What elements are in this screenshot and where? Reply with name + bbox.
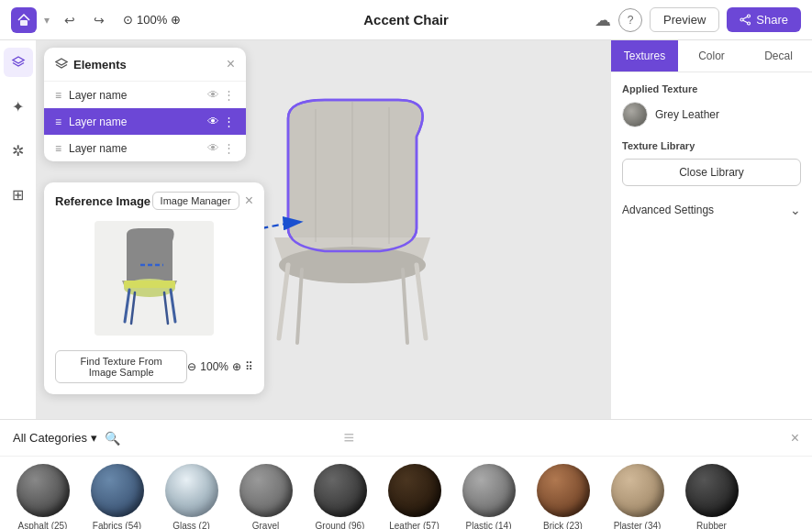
texture-item-ground[interactable]: Ground (96) xyxy=(310,464,370,529)
svg-rect-0 xyxy=(20,20,28,26)
share-button[interactable]: Share xyxy=(727,7,801,32)
applied-texture-label: Applied Texture xyxy=(622,83,801,94)
svg-line-5 xyxy=(743,20,748,22)
sidebar-icon-layers[interactable] xyxy=(4,48,33,77)
texture-ball xyxy=(611,464,664,517)
dropdown-arrow[interactable]: ▾ xyxy=(44,14,50,27)
sidebar-icon-effects[interactable]: ✦ xyxy=(4,92,33,121)
texture-item-plaster[interactable]: Plaster (34) xyxy=(607,464,667,529)
svg-point-3 xyxy=(740,18,743,21)
advanced-settings-label: Advanced Settings xyxy=(622,204,714,216)
texture-item-gravel[interactable]: Gravel xyxy=(236,464,295,529)
texture-ball xyxy=(537,464,590,517)
share-label: Share xyxy=(756,13,788,27)
tab-decal[interactable]: Decal xyxy=(745,40,812,72)
sidebar-icon-grid[interactable]: ⊞ xyxy=(4,180,33,209)
sidebar-icon-light[interactable]: ✲ xyxy=(4,136,33,165)
layer-actions: 👁 ⋮ xyxy=(207,141,235,155)
texture-item-brick[interactable]: Brick (23) xyxy=(533,464,593,529)
layer-actions: 👁 ⋮ xyxy=(207,88,235,102)
reference-title: Reference Image xyxy=(55,194,150,208)
help-button[interactable]: ? xyxy=(618,8,642,32)
drag-handle-icon: ≡ xyxy=(344,427,351,448)
right-panel: Textures Color Decal Applied Texture Gre… xyxy=(610,40,812,419)
texture-library-label: Texture Library xyxy=(622,140,801,151)
zoom-plus-icon[interactable]: ⊕ xyxy=(171,13,181,27)
texture-ball xyxy=(239,464,293,517)
bottom-bar: All Categories ▾ 🔍 ≡ × Asphalt (25) Fabr… xyxy=(0,419,812,529)
canvas-area[interactable]: Elements × ≡ Layer name 👁 ⋮ ≡ Layer name… xyxy=(37,40,610,419)
close-bottom-button[interactable]: × xyxy=(791,430,799,446)
layer-item[interactable]: ≡ Layer name 👁 ⋮ xyxy=(44,82,246,108)
eye-icon[interactable]: 👁 xyxy=(207,115,219,128)
svg-point-1 xyxy=(748,15,751,17)
texture-ball xyxy=(685,464,739,517)
layer-item[interactable]: ≡ Layer name 👁 ⋮ xyxy=(44,135,246,161)
find-texture-button[interactable]: Find Texture From Image Sample xyxy=(55,350,187,383)
texture-label: Ground (96) xyxy=(316,521,365,529)
texture-label: Brick (23) xyxy=(543,521,583,529)
texture-label: Asphalt (25) xyxy=(18,521,68,529)
eye-icon[interactable]: 👁 xyxy=(207,141,219,155)
texture-item-fabrics[interactable]: Fabrics (54) xyxy=(87,464,147,529)
cloud-button[interactable]: ☁ xyxy=(595,10,611,30)
find-texture-bar: Find Texture From Image Sample ⊖ 100% ⊕ … xyxy=(44,343,264,387)
reference-header: Reference Image Image Manager × xyxy=(44,182,264,217)
reference-actions: Image Manager × xyxy=(152,192,253,210)
chevron-down-icon: ▾ xyxy=(91,431,97,445)
undo-button[interactable]: ↩ xyxy=(57,7,83,33)
advanced-settings[interactable]: Advanced Settings ⌄ xyxy=(622,199,801,221)
elements-panel: Elements × ≡ Layer name 👁 ⋮ ≡ Layer name… xyxy=(44,48,246,161)
texture-label: Fabrics (54) xyxy=(93,521,141,529)
layer-drag-icon: ≡ xyxy=(55,89,61,102)
tab-color[interactable]: Color xyxy=(678,40,745,72)
texture-label: Leather (57) xyxy=(389,521,439,529)
page-title: Accent Chair xyxy=(363,12,449,28)
texture-label: Plastic (14) xyxy=(465,521,511,529)
preview-button[interactable]: Preview xyxy=(650,7,719,32)
texture-item-rubber[interactable]: Rubber xyxy=(682,464,741,529)
texture-ball xyxy=(314,464,367,517)
texture-name: Grey Leather xyxy=(655,108,719,121)
texture-ball xyxy=(388,464,441,517)
texture-swatch xyxy=(622,102,648,127)
textures-scroll: Asphalt (25) Fabrics (54) Glass (2) Grav… xyxy=(0,457,812,529)
category-select[interactable]: All Categories ▾ xyxy=(13,431,97,445)
more-icon[interactable]: ⋮ xyxy=(223,88,235,102)
more-icon[interactable]: ⋮ xyxy=(223,115,235,128)
image-manager-button[interactable]: Image Manager xyxy=(152,192,239,210)
redo-button[interactable]: ↪ xyxy=(86,7,112,33)
texture-label: Plaster (34) xyxy=(614,521,662,529)
home-icon[interactable] xyxy=(11,7,37,33)
elements-close-button[interactable]: × xyxy=(227,57,235,72)
texture-item-asphalt[interactable]: Asphalt (25) xyxy=(13,464,72,529)
close-library-button[interactable]: Close Library xyxy=(622,159,801,186)
reference-panel: Reference Image Image Manager × xyxy=(44,182,264,394)
zoom-controls: ⊖ 100% ⊕ ⠿ xyxy=(187,360,253,373)
svg-line-4 xyxy=(743,17,748,18)
topbar-left: ▾ ↩ ↪ ⊙ 100% ⊕ xyxy=(11,7,181,33)
texture-ball xyxy=(17,464,70,517)
left-sidebar: ✦ ✲ ⊞ xyxy=(0,40,37,419)
more-icon[interactable]: ⋮ xyxy=(223,141,235,155)
texture-item-plastic[interactable]: Plastic (14) xyxy=(459,464,518,529)
search-button[interactable]: 🔍 xyxy=(105,431,120,446)
bottom-bar-header: All Categories ▾ 🔍 ≡ × xyxy=(0,420,812,457)
texture-ball xyxy=(165,464,218,517)
zoom-plus-icon[interactable]: ⊕ xyxy=(232,360,241,373)
svg-line-7 xyxy=(279,265,288,338)
texture-item-glass[interactable]: Glass (2) xyxy=(161,464,221,529)
zoom-value[interactable]: 100% xyxy=(137,13,167,27)
svg-line-8 xyxy=(417,265,426,338)
eye-icon[interactable]: 👁 xyxy=(207,88,219,102)
grid-icon[interactable]: ⠿ xyxy=(245,360,253,373)
tab-textures[interactable]: Textures xyxy=(611,40,678,72)
reference-close-button[interactable]: × xyxy=(245,193,253,208)
zoom-minus-icon[interactable]: ⊖ xyxy=(187,360,196,373)
layer-item-selected[interactable]: ≡ Layer name 👁 ⋮ xyxy=(44,108,246,135)
zoom-value: 100% xyxy=(200,360,228,373)
svg-line-10 xyxy=(403,270,407,343)
applied-texture: Grey Leather xyxy=(622,102,801,127)
zoom-area: ⊙ 100% ⊕ xyxy=(123,13,181,27)
texture-item-leather[interactable]: Leather (57) xyxy=(384,464,444,529)
